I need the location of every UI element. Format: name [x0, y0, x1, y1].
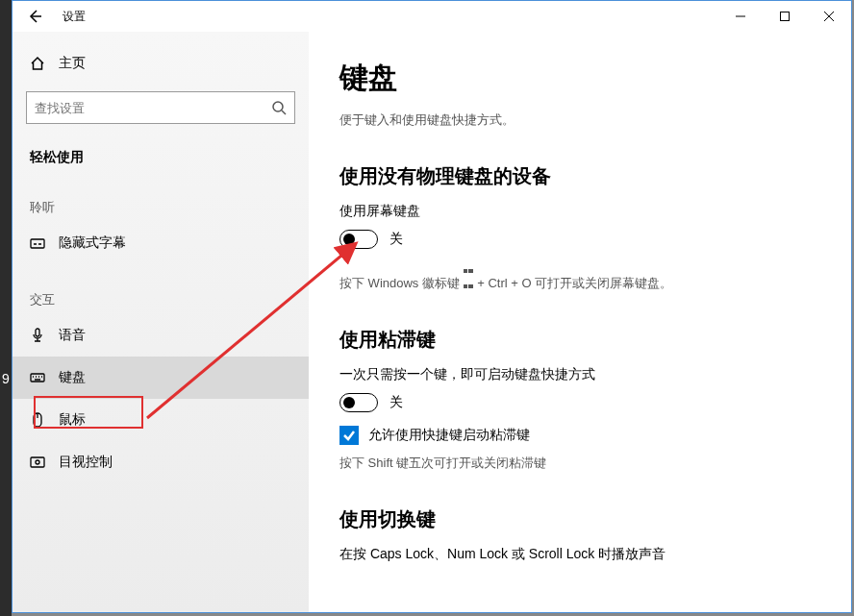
close-icon — [824, 12, 834, 21]
sidebar-home-label: 主页 — [59, 55, 86, 72]
osk-toggle-state: 关 — [389, 231, 403, 248]
sidebar-group-interact: 交互 — [13, 264, 309, 314]
osk-toggle[interactable] — [339, 230, 378, 249]
home-icon — [30, 56, 45, 71]
close-button[interactable] — [807, 1, 851, 32]
svg-rect-0 — [781, 12, 790, 21]
windows-logo-icon — [464, 262, 474, 273]
sticky-toggle-row: 关 — [339, 393, 820, 412]
outside-digit: 9 — [2, 371, 10, 386]
sidebar-item-label: 语音 — [59, 327, 86, 344]
sticky-shortcut-checkbox[interactable] — [339, 426, 359, 445]
svg-rect-6 — [31, 457, 44, 467]
sticky-toggle-state: 关 — [389, 394, 403, 411]
mouse-icon — [30, 412, 45, 428]
sidebar-item-keyboard[interactable]: 键盘 — [13, 357, 309, 399]
main-panel: 键盘 便于键入和使用键盘快捷方式。 使用没有物理键盘的设备 使用屏幕键盘 关 按… — [309, 32, 851, 612]
section-heading-togglekeys: 使用切换键 — [339, 506, 820, 532]
togglekeys-label: 在按 Caps Lock、Num Lock 或 Scroll Lock 时播放声… — [339, 546, 820, 563]
osk-label: 使用屏幕键盘 — [339, 203, 820, 220]
sidebar-item-captions[interactable]: 隐藏式字幕 — [13, 222, 309, 264]
sidebar-item-eye-control[interactable]: 目视控制 — [13, 441, 309, 483]
eye-control-icon — [30, 455, 45, 470]
svg-point-1 — [273, 102, 283, 111]
search-box[interactable] — [26, 91, 295, 124]
sticky-label: 一次只需按一个键，即可启动键盘快捷方式 — [339, 366, 820, 383]
page-subtitle: 便于键入和使用键盘快捷方式。 — [339, 111, 820, 129]
minimize-button[interactable] — [718, 1, 763, 32]
sidebar-item-label: 鼠标 — [59, 411, 86, 429]
maximize-icon — [780, 12, 790, 21]
titlebar: 设置 — [13, 1, 851, 32]
sidebar-item-mouse[interactable]: 鼠标 — [13, 399, 309, 441]
svg-rect-3 — [36, 329, 39, 336]
sidebar-item-label: 隐藏式字幕 — [59, 234, 126, 252]
sidebar-group-listen: 聆听 — [13, 172, 309, 222]
window-title: 设置 — [63, 9, 86, 25]
sidebar-item-label: 目视控制 — [59, 454, 113, 471]
toggle-knob — [343, 397, 355, 408]
search-icon — [271, 100, 287, 115]
osk-description: 按下 Windows 徽标键 + Ctrl + O 可打开或关闭屏幕键盘。 — [339, 262, 820, 292]
sticky-shortcut-label: 允许使用快捷键启动粘滞键 — [368, 427, 530, 444]
svg-rect-4 — [31, 374, 44, 382]
toggle-knob — [343, 234, 355, 245]
svg-rect-2 — [31, 239, 44, 248]
sticky-toggle[interactable] — [339, 393, 378, 412]
captions-icon — [30, 235, 45, 251]
svg-point-7 — [36, 460, 39, 464]
sidebar-category: 轻松使用 — [13, 124, 309, 172]
window-controls — [718, 1, 851, 32]
sidebar-item-label: 键盘 — [59, 369, 86, 386]
keyboard-icon — [30, 370, 45, 385]
back-button[interactable] — [13, 1, 57, 32]
sidebar: 主页 轻松使用 聆听 隐藏式字幕 交互 语音 键盘 — [13, 32, 309, 612]
section-heading-sticky: 使用粘滞键 — [339, 327, 820, 353]
microphone-icon — [30, 328, 45, 343]
search-input[interactable] — [35, 101, 271, 115]
sticky-shortcut-row: 允许使用快捷键启动粘滞键 — [339, 426, 820, 445]
settings-window: 设置 主页 轻松使用 聆听 隐藏式字幕 交互 — [12, 0, 852, 613]
page-title: 键盘 — [339, 59, 820, 98]
sidebar-item-speech[interactable]: 语音 — [13, 314, 309, 357]
sidebar-home[interactable]: 主页 — [13, 49, 309, 78]
arrow-left-icon — [27, 9, 42, 24]
check-icon — [342, 429, 356, 442]
sticky-description: 按下 Shift 键五次可打开或关闭粘滞键 — [339, 455, 820, 472]
minimize-icon — [736, 12, 745, 21]
outside-strip: 9 — [0, 0, 12, 616]
section-heading-osk: 使用没有物理键盘的设备 — [339, 163, 820, 189]
maximize-button[interactable] — [763, 1, 807, 32]
osk-toggle-row: 关 — [339, 230, 820, 249]
